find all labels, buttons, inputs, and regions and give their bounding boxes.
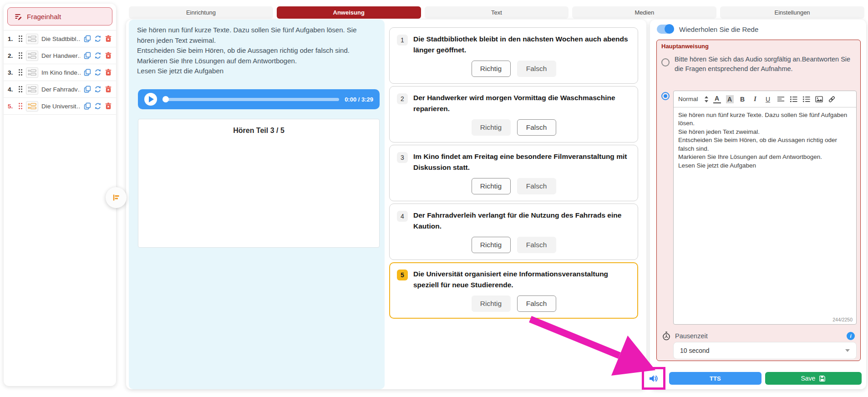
item-number: 5. [8, 103, 15, 110]
updown-icon [705, 96, 708, 102]
drag-handle-icon[interactable] [18, 52, 23, 59]
play-button[interactable] [144, 93, 157, 106]
falsch-button[interactable]: Falsch [517, 61, 556, 77]
align-icon[interactable] [777, 95, 785, 103]
tab-anweisung[interactable]: Anweisung [277, 6, 421, 19]
editor-content[interactable]: Sie hören nun fünf kurze Texte. Dazu sol… [674, 107, 856, 308]
instruction-line: Sie hören nun fünf kurze Texte. Dazu sol… [137, 25, 370, 46]
info-icon[interactable]: i [847, 332, 855, 340]
sidebar: Frageinhalt 1. Die Stadtbibl… [4, 4, 116, 386]
tab-medien[interactable]: Medien [572, 6, 716, 19]
save-button[interactable]: Save [765, 372, 862, 385]
pause-time-select[interactable]: 10 second [673, 342, 857, 359]
sidebar-question-item[interactable]: 2. Der Handwer… [4, 47, 116, 64]
panel-collapse-button[interactable] [106, 187, 127, 208]
regenerate-icon[interactable] [94, 69, 102, 76]
delete-icon[interactable] [105, 35, 112, 42]
regenerate-icon[interactable] [94, 102, 102, 110]
falsch-button[interactable]: Falsch [517, 237, 556, 253]
question-card: 3 Im Kino findet am Freitag eine besonde… [389, 145, 638, 201]
regenerate-icon[interactable] [94, 35, 102, 42]
question-type-icon [26, 34, 38, 44]
settings-panel: Wiederholen Sie die Rede Hauptanweisung … [650, 20, 866, 389]
speaker-button-highlight[interactable] [642, 367, 665, 390]
richtig-button[interactable]: Richtig [472, 237, 511, 253]
drag-handle-icon[interactable] [18, 102, 23, 110]
format-dropdown[interactable]: Normal [678, 96, 708, 102]
question-type-icon [26, 67, 38, 78]
tab-einrichtung[interactable]: Einrichtung [129, 6, 273, 19]
richtig-button[interactable]: Richtig [472, 119, 511, 136]
sidebar-question-item[interactable]: 5. Die Universit… [4, 98, 116, 115]
align-panel-icon [112, 193, 121, 202]
question-editor-page: Frageinhalt 1. Die Stadtbibl… [0, 0, 868, 397]
falsch-button[interactable]: Falsch [517, 178, 556, 194]
delete-icon[interactable] [105, 69, 112, 76]
copy-icon[interactable] [84, 52, 91, 59]
tts-button[interactable]: TTS [669, 372, 761, 385]
richtig-button[interactable]: Richtig [472, 61, 511, 77]
repeat-speech-toggle[interactable] [657, 25, 674, 34]
copy-icon[interactable] [84, 35, 91, 42]
item-number: 2. [8, 52, 15, 59]
editor-line: Lesen Sie jetzt die Aufgaben [678, 162, 852, 170]
bold-icon[interactable]: B [739, 95, 746, 103]
editor-toolbar: Normal A A B I U [674, 91, 856, 107]
copy-icon[interactable] [84, 69, 91, 76]
question-type-icon [26, 51, 38, 61]
question-text: Im Kino findet am Freitag eine besondere… [413, 151, 630, 173]
italic-icon[interactable]: I [751, 95, 759, 103]
audio-progress-bar[interactable] [162, 96, 339, 102]
instruction-line: Markieren Sie Ihre Lösungen auf dem Antw… [137, 56, 370, 66]
sidebar-question-item[interactable]: 1. Die Stadtbibl… [4, 31, 116, 47]
ordered-list-icon[interactable] [790, 95, 797, 103]
instruction-text: Sie hören nun fünf kurze Texte. Dazu sol… [137, 25, 370, 76]
section-title: Hören Teil 3 / 5 [138, 127, 379, 135]
instruction-option2-radio[interactable] [661, 92, 670, 100]
delete-icon[interactable] [105, 52, 112, 59]
play-icon [149, 96, 154, 102]
drag-handle-icon[interactable] [18, 69, 23, 76]
question-card: 5 Die Universität organisiert eine Infor… [389, 262, 638, 319]
image-icon[interactable] [815, 95, 823, 103]
link-icon[interactable] [828, 95, 836, 103]
item-label: Die Stadtbibl… [41, 36, 81, 42]
instruction-option1-radio[interactable] [661, 58, 670, 66]
highlight-color-icon[interactable]: A [726, 95, 734, 103]
text-color-icon[interactable]: A [713, 95, 721, 103]
tab-einstellungen[interactable]: Einstellungen [720, 6, 864, 19]
underline-icon[interactable]: U [764, 95, 772, 103]
instruction-line: Lesen Sie jetzt die Aufgaben [137, 66, 370, 76]
question-number-badge: 1 [397, 35, 408, 46]
question-number-badge: 2 [397, 93, 408, 104]
falsch-button[interactable]: Falsch [517, 119, 556, 136]
chevron-down-icon [845, 349, 850, 352]
falsch-button[interactable]: Falsch [517, 295, 556, 312]
progress-knob[interactable] [162, 96, 169, 102]
delete-icon[interactable] [105, 102, 112, 110]
audio-time: 0:00 / 3:29 [345, 96, 373, 103]
sidebar-question-item[interactable]: 3. Im Kino finde… [4, 64, 116, 81]
unordered-list-icon[interactable] [802, 95, 810, 103]
preview-panel: Sie hören nun fünf kurze Texte. Dazu sol… [129, 20, 385, 389]
regenerate-icon[interactable] [94, 52, 102, 59]
stopwatch-icon [662, 331, 670, 341]
editor-line: Sie hören jeden Text zweimal. [678, 128, 852, 136]
instruction-option1-text: Bitte hören Sie sich das Audio sorgfälti… [675, 55, 856, 74]
question-text: Die Universität organisiert eine Informa… [413, 269, 630, 290]
delete-icon[interactable] [105, 86, 112, 93]
tab-text[interactable]: Text [425, 6, 569, 19]
sidebar-header[interactable]: Frageinhalt [7, 7, 112, 25]
sidebar-header-label: Frageinhalt [27, 13, 61, 20]
question-card: 1 Die Stadtbibliothek bleibt in den näch… [389, 27, 638, 84]
copy-icon[interactable] [84, 102, 91, 110]
richtig-button[interactable]: Richtig [472, 295, 511, 312]
copy-icon[interactable] [84, 86, 91, 93]
drag-handle-icon[interactable] [18, 86, 23, 93]
question-number-badge: 3 [397, 152, 408, 163]
rich-text-editor: Normal A A B I U [673, 91, 857, 325]
richtig-button[interactable]: Richtig [472, 178, 511, 194]
drag-handle-icon[interactable] [18, 35, 23, 42]
regenerate-icon[interactable] [94, 86, 102, 93]
sidebar-question-item[interactable]: 4. Der Fahrradv… [4, 81, 116, 98]
